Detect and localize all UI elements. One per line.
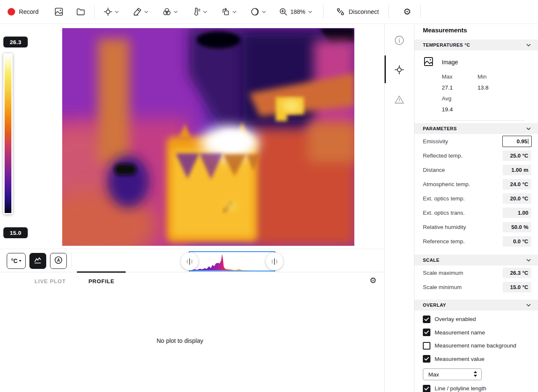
measurement-value-select[interactable]: Max	[423, 368, 482, 380]
section-header-scale[interactable]: SCALE	[414, 255, 538, 266]
parameters-list: Emissivity 0.95 Reflected temp. 25.0 °C …	[414, 134, 538, 255]
parameter-row: Reference temp. 0.0 °C	[414, 234, 538, 248]
relative-humidity-input[interactable]: 50.0 %	[503, 222, 531, 232]
overlay-row: Overlay enabled	[414, 313, 538, 326]
overlay-row: Line / polyline length	[414, 382, 538, 392]
chevron-down-icon	[308, 11, 312, 13]
overlay-row: Measurement value	[414, 353, 538, 366]
parameter-row: Atmospheric temp. 24.0 °C	[414, 177, 538, 191]
alerts-panel-button[interactable]	[394, 94, 405, 105]
overlay-row: Measurement name background	[414, 339, 538, 353]
ext-optics-trans-input[interactable]: 1.00	[503, 208, 531, 218]
tab-profile[interactable]: PROFILE	[77, 272, 126, 290]
active-panel-indicator	[385, 55, 386, 83]
image-icon	[54, 7, 64, 17]
focus-crosshair-icon	[103, 7, 113, 17]
section-header-parameters[interactable]: PARAMETERS	[414, 123, 538, 134]
fusion-mode-dropdown-button[interactable]	[158, 4, 181, 19]
reflected-temp-input[interactable]: 25.0 °C	[503, 150, 531, 161]
ext-optics-temp-input[interactable]: 20.0 °C	[503, 193, 531, 204]
distance-input[interactable]: 1.00 m	[503, 165, 531, 175]
parameter-row: Emissivity 0.95	[414, 134, 538, 148]
zoom-level-dropdown-button[interactable]: 188%	[275, 5, 316, 19]
scale-maximum-input[interactable]: 26.3 °C	[503, 268, 531, 278]
measurement-item-label: Image	[442, 59, 458, 66]
line-polyline-length-checkbox[interactable]	[423, 385, 430, 392]
histogram-toggle-button[interactable]	[29, 253, 46, 269]
histogram-strip: °C A	[0, 249, 384, 272]
zoom-level-value: 188%	[290, 8, 306, 15]
snapshot-button[interactable]	[50, 4, 67, 19]
focus-dropdown-button[interactable]	[100, 4, 122, 19]
parameter-row: Ext. optics temp. 20.0 °C	[414, 191, 538, 205]
svg-text:i: i	[398, 37, 400, 44]
record-icon	[8, 8, 15, 16]
chevron-down-icon	[526, 258, 531, 263]
section-header-overlay[interactable]: OVERLAY	[414, 300, 538, 310]
measurement-value-checkbox[interactable]	[423, 355, 430, 363]
rotate-dropdown-button[interactable]	[217, 4, 240, 19]
scale-minimum-input[interactable]: 15.0 °C	[503, 282, 531, 292]
auto-adjust-button[interactable]: A	[50, 253, 67, 269]
histogram-left-handle[interactable]	[181, 253, 198, 270]
stat-min-label: Min	[477, 71, 531, 82]
toolbar-divider	[323, 5, 324, 19]
top-toolbar: Record	[0, 0, 538, 24]
plot-settings-button[interactable]: ⚙	[369, 276, 377, 285]
chevron-down-icon	[203, 11, 207, 13]
scale-max-badge[interactable]: 26.3	[3, 37, 28, 47]
scale-row: Scale maximum 26.3 °C	[414, 266, 538, 280]
chevron-down-icon	[144, 11, 148, 13]
palette-icon	[132, 7, 142, 17]
atmospheric-temp-input[interactable]: 24.0 °C	[503, 179, 531, 189]
temperature-range-dropdown-button[interactable]	[188, 4, 211, 19]
temperature-colorbar[interactable]	[3, 53, 13, 214]
section-header-temperatures[interactable]: TEMPERATURES °C	[414, 39, 538, 50]
scale-min-badge[interactable]: 15.0	[3, 227, 28, 238]
stat-avg-value: 19.4	[442, 104, 477, 115]
zoom-in-magnifier-icon	[279, 7, 288, 16]
settings-button[interactable]: ⚙	[400, 5, 414, 19]
record-label: Record	[19, 8, 39, 15]
palette-dropdown-button[interactable]	[129, 4, 152, 19]
scale-row: Scale minimum 15.0 °C	[414, 280, 538, 294]
overlay-row: Measurement name	[414, 326, 538, 339]
measurement-name-background-checkbox[interactable]	[423, 342, 430, 350]
divider	[431, 120, 525, 121]
reference-temp-input[interactable]: 0.0 °C	[503, 236, 531, 247]
gear-icon: ⚙	[369, 276, 377, 285]
open-folder-button[interactable]	[72, 4, 89, 19]
unit-dropdown-button[interactable]: °C	[7, 253, 26, 269]
histogram-icon	[33, 255, 42, 266]
histogram-right-handle[interactable]	[266, 253, 283, 270]
unit-label: °C	[11, 258, 18, 264]
panel-switcher-strip: i	[385, 24, 414, 392]
measurements-panel-button[interactable]	[394, 64, 405, 75]
info-panel-button[interactable]: i	[394, 35, 405, 46]
record-button[interactable]: Record	[4, 5, 50, 18]
empty-plot-message: No plot to display	[0, 337, 372, 344]
strip-divider	[71, 253, 72, 268]
viewer-area: 26.3 15.0	[0, 24, 385, 392]
contrast-dropdown-button[interactable]	[247, 4, 269, 19]
spinner-icon	[473, 371, 477, 379]
parameter-row: Reflected temp. 25.0 °C	[414, 148, 538, 163]
histogram-range-box[interactable]	[189, 251, 275, 271]
tab-live-plot[interactable]: LIVE PLOT	[23, 272, 77, 290]
rotate-icon	[221, 7, 231, 17]
overlay-enabled-checkbox[interactable]	[423, 316, 430, 323]
measurement-name-checkbox[interactable]	[423, 329, 430, 336]
disconnect-icon	[335, 7, 345, 17]
disconnect-button[interactable]: Disconnect	[332, 4, 382, 19]
chevron-down-icon	[262, 11, 266, 13]
folder-icon	[76, 7, 86, 17]
thermal-image[interactable]	[62, 28, 354, 246]
toolbar-divider	[388, 5, 389, 19]
image-measurement-group: Image Max Min 27.1 13.8 Avg 19.4	[414, 50, 538, 121]
contrast-circle-icon	[250, 7, 260, 17]
chevron-down-icon	[115, 11, 119, 13]
toolbar-divider	[420, 5, 421, 19]
chevron-down-icon	[232, 11, 237, 13]
thermometer-icon	[191, 7, 201, 17]
emissivity-input[interactable]: 0.95	[503, 136, 531, 147]
